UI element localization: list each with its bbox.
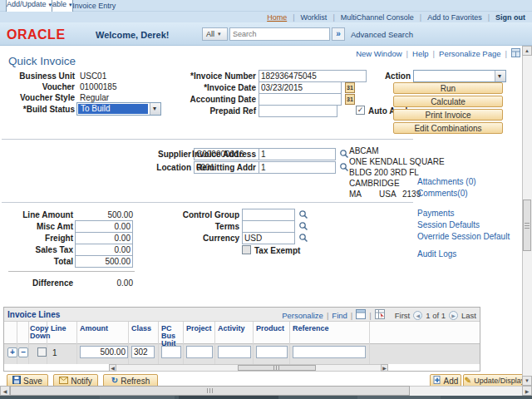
remitting-addr-label: Remitting Addr [196,163,256,172]
misc-amt-field[interactable] [75,220,133,233]
calendar-icon[interactable]: 31 [345,94,355,105]
print-invoice-button[interactable]: Print Invoice [393,109,503,121]
calculate-button[interactable]: Calculate [393,96,503,107]
worklist-link[interactable]: Worklist [301,13,328,22]
business-unit-label: Business Unit [19,71,75,81]
find-link[interactable]: Find [332,311,347,320]
line-amount-label: Line Amount [22,210,73,219]
page-scroll-right-arrow[interactable]: ▶ [522,386,532,396]
sales-tax-field[interactable] [75,244,133,256]
previous-row-icon[interactable]: ◀ [413,311,422,320]
page-scroll-down-arrow[interactable]: ▼ [522,376,532,386]
remitting-addr-field[interactable] [259,161,336,174]
grid-column-divider [28,322,29,364]
delete-row-button[interactable]: – [18,347,28,357]
last-link[interactable]: Last [461,311,476,320]
invoice-date-field[interactable] [259,81,342,94]
new-window-link[interactable]: New Window [356,49,401,58]
location-label: Location [156,163,191,172]
chevron-down-icon[interactable] [150,103,160,115]
page-scroll-up-arrow[interactable]: ▲ [522,46,532,56]
help-link[interactable]: Help [412,49,429,58]
grid-scrollbar-thumb[interactable] [238,365,316,371]
grid-scroll-right-arrow[interactable]: ▶ [381,364,388,372]
voucher-style-label: Voucher Style [20,93,75,102]
audit-logs-link[interactable]: Audit Logs [417,249,456,259]
pencil-icon: ✎ [465,377,471,385]
remitting-addr-lookup-icon[interactable] [339,162,349,172]
attachments-link[interactable]: Attachments (0) [417,177,476,186]
copy-down-checkbox[interactable] [37,347,47,357]
action-dropdown[interactable] [413,70,506,82]
separator: | [332,13,334,22]
currency-label: Currency [203,234,239,243]
chevron-down-icon[interactable] [495,71,505,81]
terms-lookup-icon[interactable] [298,221,308,231]
row-reference-field[interactable] [293,346,366,358]
accounting-date-label: Accounting Date [190,95,256,104]
freight-label: Freight [45,234,73,243]
session-defaults-link[interactable]: Session Defaults [417,220,480,229]
row-line-number: 1 [52,348,57,357]
add-row-button[interactable]: + [7,347,17,357]
separator: | [293,13,294,22]
download-grid-icon[interactable] [375,309,385,321]
control-group-lookup-icon[interactable] [298,209,308,219]
notify-icon [59,377,68,386]
row-project-field[interactable] [186,346,213,358]
row-amount-field[interactable] [80,346,128,358]
currency-lookup-icon[interactable] [298,233,308,243]
invoice-number-field[interactable] [259,70,367,82]
brand-bar: ORACLE Welcome, Derek! All » Advanced Se… [0,22,532,46]
comments-link[interactable]: Comments(0) [417,189,468,198]
row-product-field[interactable] [256,346,288,358]
search-scope-dropdown[interactable]: All [202,27,228,41]
run-button[interactable]: Run [393,82,503,94]
invoice-address-field[interactable] [259,148,336,160]
build-status-dropdown[interactable]: To Build [76,102,161,116]
personalize-page-link[interactable]: Personalize Page [439,49,500,58]
row-class-field[interactable] [131,346,155,358]
page-vscrollbar-thumb[interactable] [523,200,531,251]
personalize-layout-icon[interactable] [511,48,520,59]
line-amount-value: 500.00 [75,210,133,219]
freight-field[interactable] [75,232,133,244]
advanced-search-link[interactable]: Advanced Search [351,30,413,39]
sign-out-link[interactable]: Sign out [495,13,525,22]
search-go-button[interactable]: » [332,27,345,41]
currency-field[interactable] [242,232,295,244]
search-input[interactable] [229,27,330,41]
grid-scroll-left-arrow[interactable]: ◀ [109,364,116,372]
invoice-number-label: *Invoice Number [190,71,256,81]
add-to-favorites-link[interactable]: Add to Favorites [427,13,482,22]
breadcrumb-item-add-update[interactable]: Add/Update [6,0,52,12]
payments-link[interactable]: Payments [417,209,454,218]
add-label: Add [444,377,459,386]
multichannel-console-link[interactable]: MultiChannel Console [341,13,414,22]
first-link[interactable]: First [395,311,410,320]
separator: | [433,49,435,58]
terms-field[interactable] [242,220,295,233]
accounting-date-field[interactable] [259,93,342,106]
row-pc-bus-unit-field[interactable] [161,346,181,358]
page-hscrollbar-thumb[interactable] [10,386,410,396]
personalize-link[interactable]: Personalize [282,311,323,320]
next-row-icon[interactable]: ▶ [449,311,458,320]
total-field[interactable] [75,255,133,268]
row-activity-field[interactable] [218,346,251,358]
section-divider [2,202,413,203]
invoice-address-lookup-icon[interactable] [339,149,349,159]
tax-exempt-checkbox[interactable] [242,245,251,254]
auto-apply-checkbox[interactable]: ✓ [356,106,365,115]
grid-title-bar: Invoice Lines Personalize | Find | | Fir… [4,308,480,322]
calendar-icon[interactable]: 31 [345,82,355,93]
page-scroll-left-arrow[interactable]: ◀ [0,386,10,396]
action-label: Action [385,71,411,81]
home-link[interactable]: Home [267,13,287,22]
view-all-icon[interactable] [356,309,366,321]
override-session-default-link[interactable]: Override Session Default [417,232,510,241]
control-group-field[interactable] [242,209,295,221]
prepaid-ref-field[interactable] [259,105,337,117]
edit-combinations-button[interactable]: Edit Combinations [393,122,503,134]
separator: | [369,311,371,320]
